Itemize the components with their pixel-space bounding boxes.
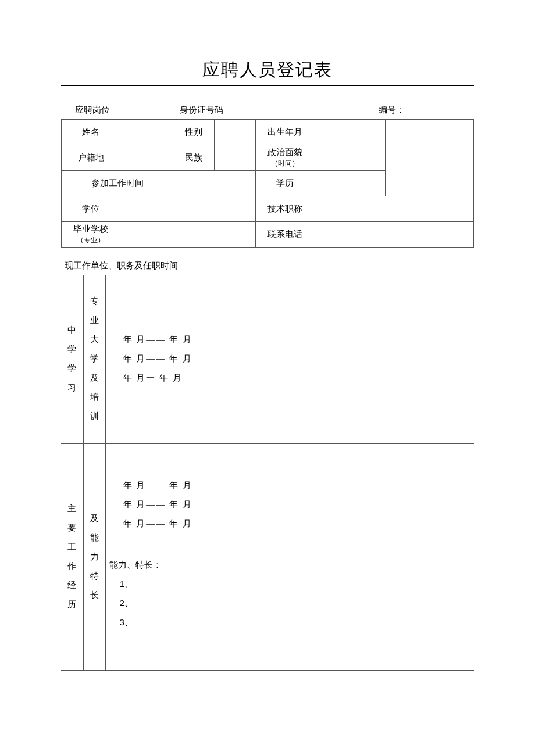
education-label: 学历 xyxy=(256,171,315,196)
ability-item: 2、 xyxy=(120,598,469,609)
header-row: 应聘岗位 身份证号码 编号： xyxy=(61,105,474,119)
birth-label: 出生年月 xyxy=(256,120,315,145)
gender-value xyxy=(215,120,256,145)
ethnicity-value xyxy=(215,145,256,171)
experience-table: 中学学习 专业大学及培训 年 月—— 年 月 年 月—— 年 月 年 月一 年 … xyxy=(61,275,474,671)
grad-school-value xyxy=(120,222,256,248)
education-history-cell: 年 月—— 年 月 年 月—— 年 月 年 月一 年 月 xyxy=(105,275,474,443)
date-line: 年 月—— 年 月 xyxy=(123,499,469,510)
position-label: 应聘岗位 xyxy=(63,105,122,116)
name-label: 姓名 xyxy=(62,120,120,145)
info-table: 姓名 性别 出生年月 户籍地 民族 政治面貌 （时间） 参加工作时间 学历 学位… xyxy=(61,119,474,248)
ability-item: 1、 xyxy=(120,579,469,590)
residence-value xyxy=(120,145,173,171)
work-history-cell: 年 月—— 年 月 年 月—— 年 月 年 月—— 年 月 能力、特长： 1、 … xyxy=(105,443,474,670)
date-line: 年 月—— 年 月 xyxy=(123,334,469,345)
tech-title-value xyxy=(315,196,474,222)
phone-value xyxy=(315,222,474,248)
serial-label: 编号： xyxy=(379,105,472,116)
phone-label: 联系电话 xyxy=(256,222,315,248)
date-line: 年 月—— 年 月 xyxy=(123,353,469,364)
date-line: 年 月—— 年 月 xyxy=(123,518,469,529)
work-start-label: 参加工作时间 xyxy=(62,171,173,196)
date-line: 年 月—— 年 月 xyxy=(123,480,469,491)
page-title: 应聘人员登记表 xyxy=(61,58,474,86)
photo-cell xyxy=(386,120,474,196)
tech-title-label: 技术职称 xyxy=(256,196,315,222)
name-value xyxy=(120,120,173,145)
ability-item: 3、 xyxy=(120,617,469,628)
degree-label: 学位 xyxy=(62,196,120,222)
political-value xyxy=(315,145,386,171)
degree-value xyxy=(120,196,256,222)
section-col1-row1: 中学学习 xyxy=(61,275,83,443)
gender-label: 性别 xyxy=(173,120,215,145)
position-value xyxy=(122,105,180,116)
education-value xyxy=(315,171,386,196)
grad-school-label: 毕业学校 （专业） xyxy=(62,222,120,248)
section-col2-row1: 专业大学及培训 xyxy=(83,275,105,443)
section-col2-row2: 及能力特长 xyxy=(83,443,105,670)
ability-title: 能力、特长： xyxy=(109,560,469,571)
id-label: 身份证号码 xyxy=(180,105,238,116)
residence-label: 户籍地 xyxy=(62,145,120,171)
political-label: 政治面貌 （时间） xyxy=(256,145,315,171)
current-work-label: 现工作单位、职务及任职时间 xyxy=(65,260,474,271)
date-line: 年 月一 年 月 xyxy=(123,372,469,384)
section-col1-row2: 主要工作经历 xyxy=(61,443,83,670)
work-start-value xyxy=(173,171,256,196)
birth-value xyxy=(315,120,386,145)
id-value xyxy=(238,105,379,116)
ethnicity-label: 民族 xyxy=(173,145,215,171)
